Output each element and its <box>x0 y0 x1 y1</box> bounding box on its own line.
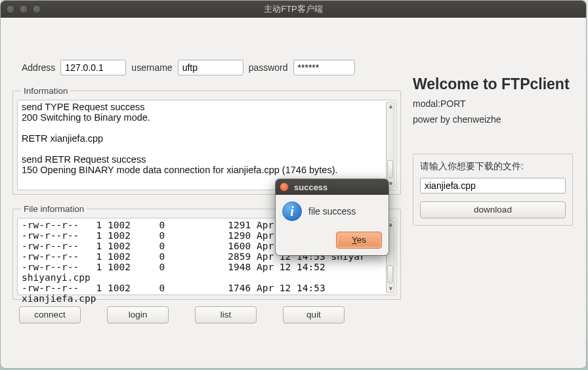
dialog-close-button[interactable] <box>280 182 289 192</box>
dialog-message: file success <box>308 206 356 216</box>
password-input[interactable] <box>293 60 355 75</box>
download-filename-input[interactable] <box>420 178 566 194</box>
welcome-heading: Welcome to FTPclient <box>413 75 573 93</box>
window-minimize-button[interactable] <box>19 5 28 14</box>
connection-row: Address username password <box>22 60 401 75</box>
info-scroll-thumb[interactable] <box>387 160 393 178</box>
scroll-up-icon[interactable]: ▲ <box>388 221 394 228</box>
success-dialog: success i file success Yes <box>276 179 388 255</box>
scroll-down-icon[interactable]: ▼ <box>388 180 394 187</box>
window-maximize-button[interactable] <box>32 5 41 14</box>
scroll-down-icon[interactable]: ▼ <box>388 285 394 292</box>
file-information-legend: File information <box>21 204 87 214</box>
info-icon: i <box>282 201 302 221</box>
quit-button[interactable]: quit <box>283 306 345 323</box>
connect-button[interactable]: connect <box>19 306 81 323</box>
address-input[interactable] <box>60 60 126 75</box>
scroll-up-icon[interactable]: ▲ <box>388 103 394 110</box>
username-input[interactable] <box>178 60 243 75</box>
dialog-yes-button[interactable]: Yes <box>336 232 382 249</box>
dialog-yes-suffix: es <box>357 235 366 245</box>
file-scroll-thumb[interactable] <box>387 265 393 283</box>
window-title: 主动FTP客户端 <box>1 3 586 15</box>
download-group: 请输入你想要下载的文件: download <box>413 154 573 226</box>
login-button[interactable]: login <box>107 306 169 323</box>
list-button[interactable]: list <box>195 306 257 323</box>
modal-text: modal:PORT <box>413 98 573 109</box>
window-close-button[interactable] <box>6 5 15 14</box>
dialog-titlebar[interactable]: success <box>276 179 388 195</box>
right-panel: Welcome to FTPclient modal:PORT power by… <box>413 75 573 226</box>
titlebar[interactable]: 主动FTP客户端 <box>1 1 586 18</box>
information-box: send TYPE Request success 200 Switching … <box>17 100 396 190</box>
address-label: Address <box>22 62 55 73</box>
information-legend: Information <box>21 86 71 96</box>
information-log: send TYPE Request success 200 Switching … <box>18 100 396 176</box>
download-button[interactable]: download <box>420 201 566 218</box>
dialog-title: success <box>294 182 327 192</box>
author-text: power by chenweizhe <box>413 114 573 125</box>
info-scrollbar[interactable]: ▲ ▼ <box>386 102 394 188</box>
download-label: 请输入你想要下载的文件: <box>420 161 566 173</box>
left-panel: Address username password Information se… <box>12 44 401 309</box>
password-label: password <box>249 62 288 73</box>
username-label: username <box>131 62 172 73</box>
